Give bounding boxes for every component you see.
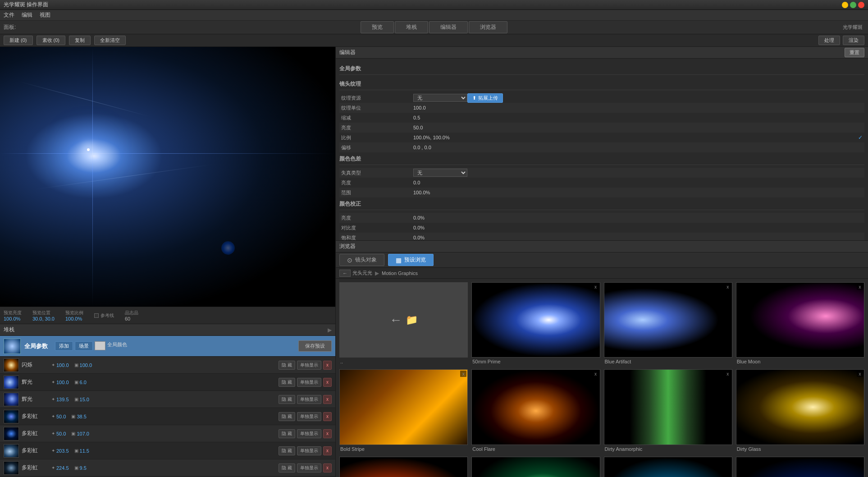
browser-grid-item[interactable] — [339, 457, 468, 477]
param-val-1: 100.0 — [56, 362, 69, 368]
grid-item-close[interactable]: x — [593, 284, 599, 290]
menu-edit[interactable]: 编辑 — [22, 11, 32, 19]
browser-grid-item[interactable]: x Blue Artifact — [604, 282, 732, 366]
delete-btn[interactable]: x — [323, 395, 332, 404]
reduce-value: 0.5 — [413, 115, 863, 120]
collect-btn[interactable]: 素收 (0) — [37, 36, 66, 45]
reset-btn[interactable]: 重置 — [845, 48, 864, 57]
solo-btn[interactable]: 单独显示 — [297, 378, 321, 387]
preview-area: 预览 — [0, 47, 335, 307]
browser-tab-preset[interactable]: ▦ 预设浏览 — [388, 254, 434, 266]
flare-star — [87, 148, 90, 151]
tab-editor[interactable]: 编辑器 — [429, 21, 468, 33]
browser-grid-item[interactable]: x Cool Flare — [471, 369, 600, 453]
solo-btn[interactable]: 单独显示 — [297, 429, 321, 438]
hide-btn[interactable]: 隐 藏 — [279, 378, 295, 387]
add-btn[interactable]: 添加 — [55, 341, 73, 351]
hide-btn[interactable]: 隐 藏 — [279, 429, 295, 438]
nav-back-btn[interactable]: ← — [339, 270, 351, 277]
close-btn[interactable] — [858, 2, 864, 8]
delete-btn[interactable]: x — [323, 463, 332, 472]
browser-grid-item[interactable]: x Dirty Glass — [736, 369, 864, 453]
preset-tab-icon: ▦ — [396, 257, 402, 264]
panel-label: 面板: — [0, 23, 19, 31]
solo-btn[interactable]: 单独显示 — [297, 446, 321, 455]
delete-btn[interactable]: x — [323, 361, 332, 370]
global-params-section: 全局参数 — [339, 62, 864, 75]
flare-streak-horizontal — [0, 153, 335, 154]
stack-item: 多彩虹 ✦ 50.0 ▣ 107.0 隐 藏 单独显示 x — [0, 425, 335, 442]
solo-btn[interactable]: 单独显示 — [297, 395, 321, 404]
param-val-1: 203.5 — [56, 448, 69, 454]
minimize-btn[interactable] — [842, 2, 848, 8]
browser-grid-item[interactable] — [604, 457, 732, 477]
tab-preview[interactable]: 预览 — [361, 21, 394, 33]
grid-thumb-content — [604, 457, 732, 477]
hide-btn[interactable]: 隐 藏 — [279, 412, 295, 421]
scene-btn[interactable]: 场景 — [75, 341, 93, 351]
grid-thumb-wrap — [339, 457, 468, 477]
grid-thumb-wrap: x — [471, 369, 600, 445]
browser-tabs: ⊙ 镜头对象 ▦ 预设浏览 — [336, 252, 868, 268]
copy-btn[interactable]: 复制 — [69, 36, 91, 45]
saturation-value: 0.0% — [413, 235, 863, 240]
delete-btn[interactable]: x — [323, 378, 332, 387]
clear-btn[interactable]: 全新清空 — [94, 36, 126, 45]
global-color-preview[interactable] — [95, 341, 105, 350]
flare-orb — [221, 241, 235, 255]
menu-file[interactable]: 文件 — [4, 11, 14, 19]
grid-item-close[interactable]: x — [725, 284, 731, 290]
browser-grid-item[interactable]: x Blue Moon — [736, 282, 864, 366]
grid-thumb-wrap: x — [339, 369, 468, 445]
tab-stack[interactable]: 堆栈 — [395, 21, 428, 33]
grid-item-close[interactable]: x — [593, 371, 599, 377]
param-group-1: ✦ 139.5 — [51, 397, 69, 402]
browser-grid-item[interactable] — [736, 457, 864, 477]
stack-item-params: ✦ 100.0 ▣ 100.0 — [51, 362, 276, 368]
breadcrumb-2: Motion Graphics — [382, 271, 418, 276]
cc-brightness-value: 0.0% — [413, 215, 863, 220]
stack-item-actions: 隐 藏 单独显示 x — [279, 463, 332, 472]
right-panel: 编辑器 重置 全局参数 镜头纹理 纹理资源 无 ⬆ 拓展上传 — [336, 47, 868, 477]
texture-resource-select[interactable]: 无 — [413, 94, 467, 102]
chroma-brightness-value: 0.0 — [413, 180, 863, 185]
menu-view[interactable]: 视图 — [40, 11, 50, 19]
stack-expand-btn[interactable]: ▶ — [328, 327, 332, 333]
solo-btn[interactable]: 单独显示 — [297, 412, 321, 421]
hide-btn[interactable]: 隐 藏 — [279, 361, 295, 370]
stack-item-params: ✦ 203.5 ▣ 11.5 — [51, 448, 276, 454]
grid-item-close[interactable]: x — [460, 371, 466, 377]
browser-grid-item[interactable]: x Bold Stripe — [339, 369, 468, 453]
grid-item-close[interactable]: x — [857, 284, 863, 290]
grid-thumb-content — [472, 457, 599, 477]
browser-grid-item[interactable] — [471, 457, 600, 477]
preview-info-bar: 预览亮度 100.0% 预览位置 30.0, 30.0 预览比例 100.0% … — [0, 307, 335, 324]
browser-grid-item[interactable]: x 50mm Prime — [471, 282, 600, 366]
new-btn[interactable]: 新建 (0) — [4, 36, 33, 45]
hide-btn[interactable]: 隐 藏 — [279, 463, 295, 472]
delete-btn[interactable]: x — [323, 412, 332, 421]
grid-item-close[interactable]: x — [725, 371, 731, 377]
hide-btn[interactable]: 隐 藏 — [279, 395, 295, 404]
stack-item: 辉光 ✦ 100.0 ▣ 6.0 隐 藏 单独显示 x — [0, 374, 335, 391]
browser-grid-item[interactable]: x Dirty Anamorphic — [604, 369, 732, 453]
browser-grid-item[interactable]: ← 📁 .. — [339, 282, 468, 366]
thumb-bg — [604, 283, 732, 357]
process-btn[interactable]: 处理 — [818, 36, 840, 45]
grid-thumb-content — [472, 370, 599, 444]
distort-type-select[interactable]: 无 — [413, 169, 467, 177]
grid-item-close[interactable]: x — [857, 371, 863, 377]
render-btn[interactable]: 渲染 — [843, 36, 864, 45]
hide-btn[interactable]: 隐 藏 — [279, 446, 295, 455]
ref-checkbox[interactable] — [94, 313, 99, 318]
save-preset-btn[interactable]: 保存预设 — [298, 340, 332, 352]
maximize-btn[interactable] — [850, 2, 856, 8]
solo-btn[interactable]: 单独显示 — [297, 361, 321, 370]
position-value: 30.0, 30.0 — [32, 316, 55, 321]
tab-browser[interactable]: 浏览器 — [469, 21, 507, 33]
solo-btn[interactable]: 单独显示 — [297, 463, 321, 472]
delete-btn[interactable]: x — [323, 429, 332, 438]
browser-tab-lens[interactable]: ⊙ 镜头对象 — [339, 254, 384, 266]
upload-btn[interactable]: ⬆ 拓展上传 — [467, 93, 503, 103]
delete-btn[interactable]: x — [323, 446, 332, 455]
